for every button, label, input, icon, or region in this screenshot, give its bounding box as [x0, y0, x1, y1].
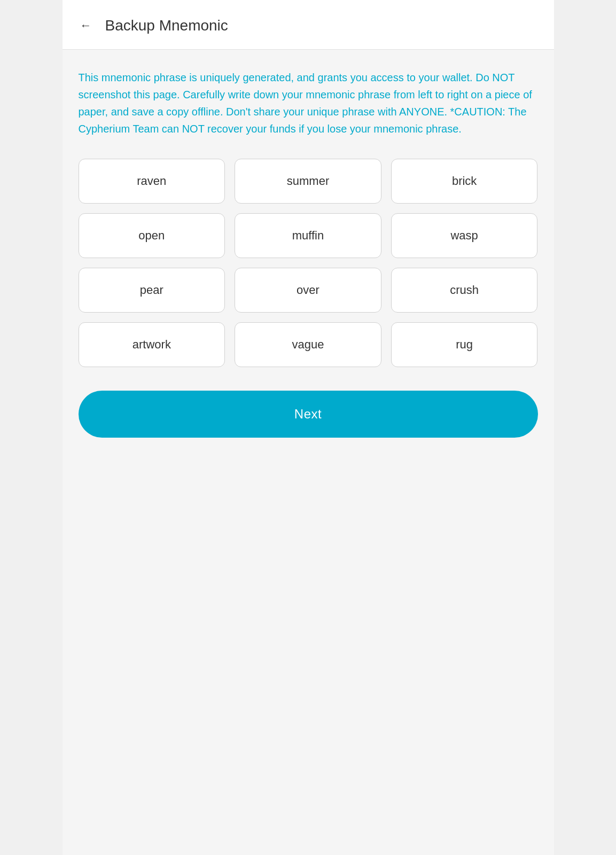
- word-cell-2: summer: [235, 159, 381, 204]
- word-cell-4: open: [79, 213, 225, 258]
- description-text: This mnemonic phrase is uniquely generat…: [79, 69, 538, 137]
- word-cell-12: rug: [391, 322, 538, 367]
- back-button[interactable]: ←: [75, 15, 97, 36]
- word-cell-6: wasp: [391, 213, 538, 258]
- word-cell-3: brick: [391, 159, 538, 204]
- word-cell-8: over: [235, 268, 381, 313]
- word-cell-9: crush: [391, 268, 538, 313]
- back-arrow-icon: ←: [80, 19, 92, 33]
- phone-screen: ← Backup Mnemonic This mnemonic phrase i…: [63, 0, 554, 855]
- main-content: This mnemonic phrase is uniquely generat…: [63, 50, 554, 855]
- word-cell-11: vague: [235, 322, 381, 367]
- header: ← Backup Mnemonic: [63, 0, 554, 50]
- word-cell-1: raven: [79, 159, 225, 204]
- word-cell-5: muffin: [235, 213, 381, 258]
- mnemonic-word-grid: ravensummerbrickopenmuffinwasppearovercr…: [79, 159, 538, 367]
- next-button[interactable]: Next: [79, 391, 538, 438]
- word-cell-7: pear: [79, 268, 225, 313]
- page-title: Backup Mnemonic: [105, 17, 228, 34]
- word-cell-10: artwork: [79, 322, 225, 367]
